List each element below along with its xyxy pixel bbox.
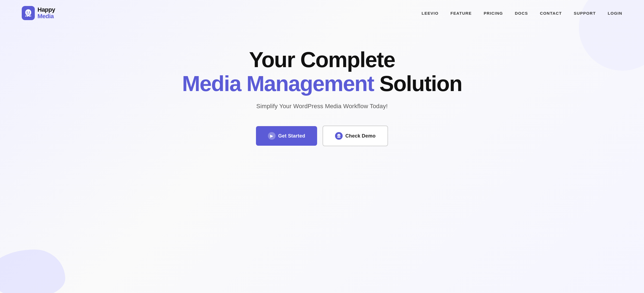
nav-item-docs[interactable]: DOCS	[515, 11, 528, 15]
logo-happy: Happy	[37, 7, 55, 13]
hero-title: Your Complete Media Management Solution	[182, 48, 462, 98]
check-demo-button[interactable]: Check Demo	[323, 126, 388, 146]
nav-item-pricing[interactable]: PRICING	[484, 11, 503, 15]
logo-icon	[22, 6, 35, 20]
logo-link[interactable]: Happy Media	[22, 6, 55, 20]
logo-media: Media	[37, 13, 55, 20]
get-started-label: Get Started	[278, 133, 305, 139]
nav-item-contact[interactable]: CONTACT	[540, 11, 562, 15]
svg-point-4	[338, 135, 339, 136]
check-demo-label: Check Demo	[345, 133, 376, 139]
get-started-button[interactable]: ▶ Get Started	[256, 126, 317, 146]
svg-point-5	[339, 135, 340, 136]
get-started-icon: ▶	[268, 132, 276, 140]
hero-subtitle: Simplify Your WordPress Media Workflow T…	[256, 103, 387, 110]
main-nav: LEEVIO FEATURE PRICING DOCS CONTACT SUPP…	[422, 11, 622, 15]
nav-item-feature[interactable]: FEATURE	[451, 11, 472, 15]
check-demo-icon	[335, 132, 343, 140]
hero-title-line2: Media Management Solution	[182, 72, 462, 96]
svg-rect-0	[25, 9, 31, 15]
svg-point-1	[27, 12, 28, 13]
hero-buttons: ▶ Get Started Check Demo	[256, 126, 388, 146]
decorative-blob-left	[0, 250, 65, 293]
nav-item-leevio[interactable]: LEEVIO	[422, 11, 439, 15]
nav-item-login[interactable]: LOGIN	[608, 11, 623, 15]
logo-svg	[24, 9, 32, 17]
hero-title-solution: Solution	[379, 71, 462, 96]
page-wrapper: Happy Media LEEVIO FEATURE PRICING DOCS …	[0, 0, 644, 293]
hero-title-colored: Media Management	[182, 71, 374, 96]
nav-item-support[interactable]: SUPPORT	[574, 11, 596, 15]
svg-point-2	[29, 12, 30, 13]
logo-text: Happy Media	[37, 7, 55, 20]
hero-section: Your Complete Media Management Solution …	[0, 26, 644, 173]
hero-title-line1: Your Complete	[182, 48, 462, 72]
header: Happy Media LEEVIO FEATURE PRICING DOCS …	[0, 0, 644, 26]
